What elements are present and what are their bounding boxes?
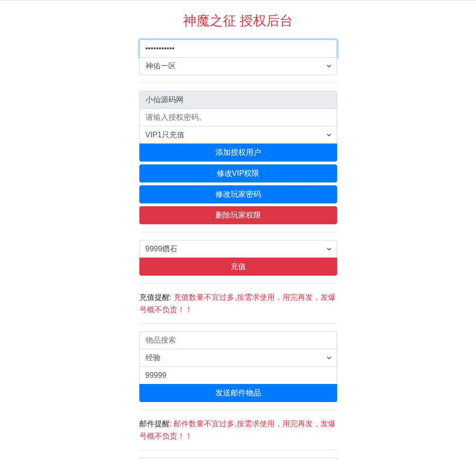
recharge-reminder-label: 充值提醒: bbox=[139, 293, 174, 301]
modify-player-password-button[interactable]: 修改玩家密码 bbox=[139, 185, 337, 203]
server-select[interactable]: 神佑一区 bbox=[139, 57, 337, 75]
mail-reminder: 邮件提醒: 邮件数量不宜过多,按需求使用，用完再发，发爆号概不负责！！ bbox=[139, 418, 337, 442]
recharge-reminder: 充值提醒: 充值数量不宜过多,按需求使用，用完再发，发爆号概不负责！！ bbox=[139, 291, 337, 316]
add-auth-user-button[interactable]: 添加授权用户 bbox=[139, 144, 337, 162]
recharge-button[interactable]: 充值 bbox=[139, 258, 337, 276]
recharge-amount-select[interactable]: 9999鑽石 bbox=[139, 240, 337, 258]
item-quantity-input[interactable] bbox=[139, 366, 337, 384]
page-title: 神魔之征 授权后台 bbox=[139, 12, 337, 30]
item-search-input[interactable] bbox=[139, 331, 337, 349]
mail-reminder-label: 邮件提醒: bbox=[139, 420, 174, 428]
auth-password-input[interactable] bbox=[139, 108, 337, 126]
modify-vip-button[interactable]: 修改VIP权限 bbox=[139, 164, 337, 182]
send-mail-item-button[interactable]: 发送邮件物品 bbox=[139, 384, 337, 402]
delete-player-permission-button[interactable]: 删除玩家权限 bbox=[139, 206, 337, 224]
username-readonly bbox=[139, 91, 337, 109]
admin-password-input[interactable] bbox=[139, 39, 337, 58]
item-select[interactable]: 经验 bbox=[139, 349, 337, 367]
action-select[interactable]: 清理背包 bbox=[139, 458, 337, 460]
vip-level-select[interactable]: VIP1只充值 bbox=[139, 126, 337, 144]
